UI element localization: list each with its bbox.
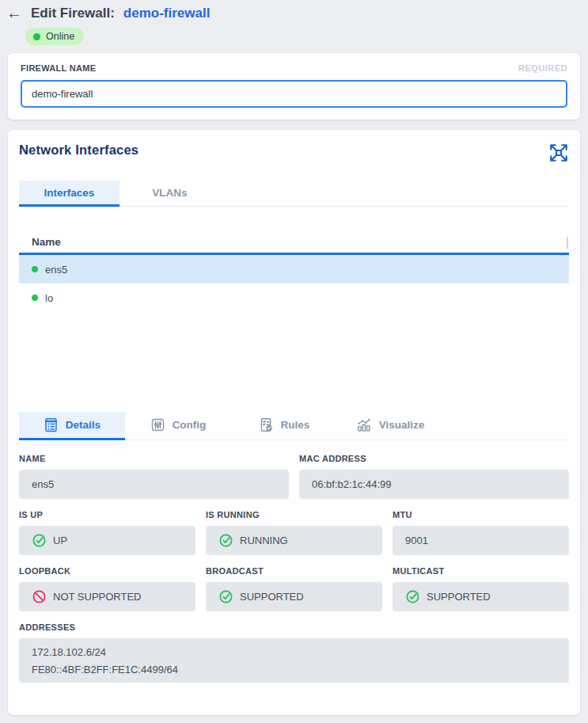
table-row-lo[interactable]: lo xyxy=(19,283,569,312)
check-circle-icon xyxy=(218,589,233,604)
page-title: Edit Firewall: xyxy=(31,6,115,21)
field-is-up-label: IS UP xyxy=(19,510,195,519)
field-mtu: MTU 9001 xyxy=(393,510,569,555)
field-name-label: NAME xyxy=(19,454,289,463)
page-title-firewall-name: demo-firewall xyxy=(123,6,211,21)
field-multicast-value: SUPPORTED xyxy=(393,582,569,611)
field-is-running: IS RUNNING RUNNING xyxy=(206,510,382,555)
tab-details[interactable]: Details xyxy=(19,412,125,440)
config-icon xyxy=(150,417,165,432)
firewall-name-input[interactable] xyxy=(21,80,567,108)
status-badge-label: Online xyxy=(46,31,74,42)
interface-name: ens5 xyxy=(45,264,67,276)
field-loopback-label: LOOPBACK xyxy=(19,566,195,576)
interface-status-dot-icon xyxy=(32,295,38,301)
network-interfaces-card: Network Interfaces Interfaces VLANs Name xyxy=(8,130,580,715)
details-icon xyxy=(44,417,59,432)
field-broadcast: BROADCAST SUPPORTED xyxy=(206,566,382,611)
field-broadcast-value: SUPPORTED xyxy=(206,582,382,611)
tab-rules-label: Rules xyxy=(281,419,310,431)
address-ipv4: 172.18.102.6/24 xyxy=(32,646,106,658)
field-mtu-text: 9001 xyxy=(405,535,428,546)
field-addresses-label: ADDRESSES xyxy=(19,622,569,632)
column-header-name[interactable]: Name xyxy=(19,230,569,255)
tab-interfaces[interactable]: Interfaces xyxy=(19,181,119,207)
interface-tab-bar: Interfaces VLANs xyxy=(19,181,569,207)
table-row-ens5[interactable]: ens5 xyxy=(19,255,569,283)
field-is-up-text: UP xyxy=(53,535,67,546)
required-label: REQUIRED xyxy=(518,63,567,73)
field-mac-address: MAC ADDRESS 06:bf:b2:1c:44:99 xyxy=(299,454,569,499)
check-circle-icon xyxy=(218,533,233,548)
interface-details-form: NAME ens5 MAC ADDRESS 06:bf:b2:1c:44:99 … xyxy=(19,454,569,683)
tab-details-label: Details xyxy=(66,419,101,431)
status-badge: Online xyxy=(25,28,84,45)
field-mtu-label: MTU xyxy=(393,510,569,519)
firewall-name-label: FIREWALL NAME xyxy=(21,63,96,73)
interface-status-dot-icon xyxy=(32,266,38,272)
field-multicast: MULTICAST SUPPORTED xyxy=(393,566,569,611)
field-mac-address-text: 06:bf:b2:1c:44:99 xyxy=(312,478,391,490)
tab-vlans[interactable]: VLANs xyxy=(119,181,220,207)
back-icon[interactable]: ← xyxy=(6,5,22,22)
interfaces-table: Name ens5 lo xyxy=(19,230,569,412)
field-broadcast-text: SUPPORTED xyxy=(240,591,304,603)
tab-visualize-label: Visualize xyxy=(379,419,425,431)
field-broadcast-label: BROADCAST xyxy=(206,566,382,576)
rules-icon xyxy=(259,417,274,432)
tab-rules[interactable]: Rules xyxy=(231,412,337,440)
field-is-up: IS UP UP xyxy=(19,510,195,555)
column-header-name-label: Name xyxy=(32,236,61,248)
field-name: NAME ens5 xyxy=(19,454,289,499)
field-is-running-value: RUNNING xyxy=(206,526,382,555)
visualize-icon xyxy=(356,417,372,432)
field-is-running-label: IS RUNNING xyxy=(206,510,382,519)
field-mac-address-label: MAC ADDRESS xyxy=(299,454,569,463)
address-ipv6: FE80::4BF:B2FF:FE1C:4499/64 xyxy=(32,664,178,675)
field-is-running-text: RUNNING xyxy=(240,535,288,546)
field-multicast-label: MULTICAST xyxy=(393,566,569,576)
column-resize-handle[interactable] xyxy=(567,237,568,249)
field-loopback-text: NOT SUPPORTED xyxy=(53,591,141,603)
field-loopback: LOOPBACK NOT SUPPORTED xyxy=(19,566,195,611)
network-interfaces-title: Network Interfaces xyxy=(19,143,138,158)
field-is-up-value: UP xyxy=(19,526,195,555)
field-addresses: ADDRESSES 172.18.102.6/24 FE80::4BF:B2FF… xyxy=(19,622,569,683)
field-name-text: ens5 xyxy=(32,478,54,490)
check-circle-icon xyxy=(405,589,420,604)
field-mac-address-value: 06:bf:b2:1c:44:99 xyxy=(299,470,569,499)
tab-visualize[interactable]: Visualize xyxy=(337,412,443,440)
expand-icon[interactable] xyxy=(548,143,569,163)
page-header: ← Edit Firewall: demo-firewall xyxy=(6,5,579,22)
tab-config-label: Config xyxy=(173,419,207,431)
prohibited-icon xyxy=(32,589,47,604)
field-multicast-text: SUPPORTED xyxy=(427,591,491,603)
firewall-name-card: FIREWALL NAME REQUIRED xyxy=(8,53,580,120)
field-loopback-value: NOT SUPPORTED xyxy=(19,582,195,611)
detail-tab-bar: Details Config xyxy=(19,412,569,440)
edit-firewall-page: ← Edit Firewall: demo-firewall Online FI… xyxy=(0,5,588,723)
check-circle-icon xyxy=(32,533,47,548)
interface-name: lo xyxy=(45,292,53,304)
field-addresses-value: 172.18.102.6/24 FE80::4BF:B2FF:FE1C:4499… xyxy=(19,638,569,683)
tab-config[interactable]: Config xyxy=(125,412,231,440)
field-mtu-value: 9001 xyxy=(393,526,569,555)
online-dot-icon xyxy=(33,33,40,40)
field-name-value: ens5 xyxy=(19,470,289,499)
